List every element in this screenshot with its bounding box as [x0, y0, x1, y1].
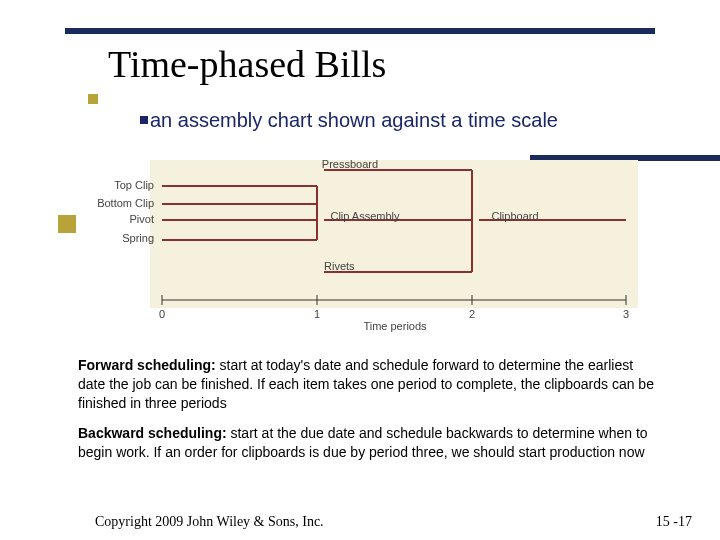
bullet-icon	[140, 116, 148, 124]
title-top-rule	[65, 28, 655, 34]
label-clipboard: Clipboard	[480, 210, 550, 222]
gold-accent-icon	[88, 94, 98, 104]
backward-scheduling-term: Backward scheduling:	[78, 425, 227, 441]
label-pivot: Pivot	[82, 213, 154, 225]
tick-2: 2	[466, 308, 478, 320]
label-top-clip: Top Clip	[82, 179, 154, 191]
forward-scheduling-para: Forward scheduling: start at today's dat…	[78, 356, 654, 413]
forward-scheduling-term: Forward scheduling:	[78, 357, 216, 373]
copyright: Copyright 2009 John Wiley & Sons, Inc.	[95, 514, 324, 530]
label-bottom-clip: Bottom Clip	[82, 197, 154, 209]
gold-accent-mid-icon	[58, 215, 76, 233]
label-rivets: Rivets	[324, 260, 384, 272]
backward-scheduling-para: Backward scheduling: start at the due da…	[78, 424, 654, 462]
x-axis-label: Time periods	[320, 320, 470, 332]
page-number: 15 -17	[656, 514, 692, 530]
svg-rect-0	[150, 160, 638, 308]
time-phased-chart: Pressboard Top Clip Bottom Clip Clip Ass…	[82, 160, 638, 338]
label-clip-assembly: Clip Assembly	[320, 210, 410, 222]
tick-0: 0	[156, 308, 168, 320]
tick-3: 3	[620, 308, 632, 320]
label-spring: Spring	[82, 232, 154, 244]
tick-1: 1	[311, 308, 323, 320]
page-title: Time-phased Bills	[108, 42, 386, 86]
bullet-text: an assembly chart shown against a time s…	[150, 108, 610, 133]
label-pressboard: Pressboard	[310, 158, 390, 170]
